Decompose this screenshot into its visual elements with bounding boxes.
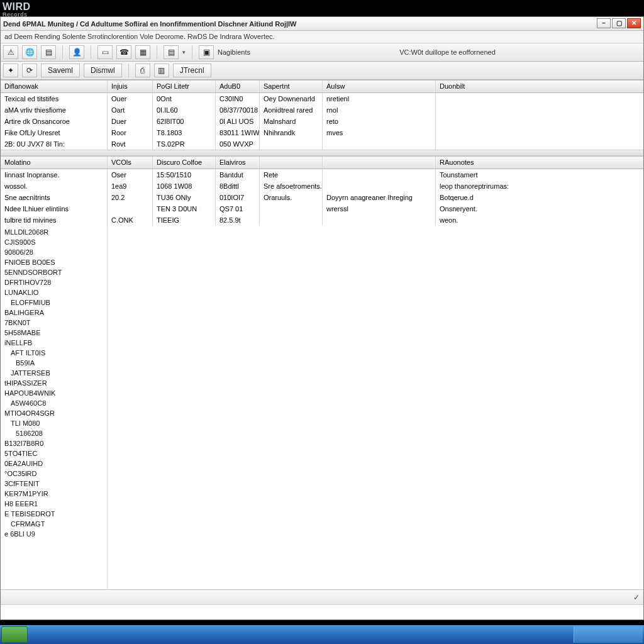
- dropdown-icon[interactable]: ▾: [182, 49, 186, 55]
- column-header[interactable]: Injuis: [108, 80, 153, 92]
- toolbar-secondary: ✦ ⟳ Saveml Dismwl ⎙ ▥ JTrecnl: [1, 62, 643, 80]
- refresh-icon[interactable]: ⟳: [22, 64, 37, 77]
- user-icon[interactable]: 👤: [69, 45, 84, 59]
- window-title: Dend 6PMAL Muniteg / Cd Adultume Soflira…: [3, 20, 297, 28]
- sidebar-item[interactable]: 3CfFTENIT: [1, 479, 107, 489]
- column-header[interactable]: RAuonotes: [436, 157, 549, 169]
- card-icon[interactable]: ▭: [97, 45, 113, 59]
- sidebar-item[interactable]: tHIPASSIZER: [1, 378, 107, 388]
- table-row[interactable]: Artire dk OnsancoroeDuer62I8IT000I ALl U…: [1, 116, 643, 127]
- page-icon[interactable]: ▦: [135, 45, 150, 59]
- table-row[interactable]: wossol.1ea91068 1W088BdittlSre afsoetrom…: [1, 180, 643, 192]
- sidebar-item[interactable]: TLI M080: [1, 418, 107, 428]
- column-header[interactable]: PoGl Litetr: [153, 80, 216, 92]
- sidebar-tree[interactable]: MLLDlL2068RCJIS900S90806/28FNIOEB BO0ES5…: [1, 226, 108, 589]
- toolbar-label-b: VC:W0t duillope te eoffornened: [399, 48, 496, 56]
- sidebar-item[interactable]: MLLDlL2068R: [1, 227, 107, 237]
- sidebar-item[interactable]: CJIS900S: [1, 237, 107, 247]
- chip-icon[interactable]: ▣: [199, 45, 214, 59]
- saveall-button[interactable]: Saveml: [41, 64, 80, 77]
- status-check-icon: ✓: [633, 593, 640, 602]
- column-header[interactable]: AduB0: [216, 80, 260, 92]
- column-header[interactable]: VCOls: [108, 157, 153, 169]
- sidebar-item[interactable]: E TEBISEDROT: [1, 509, 107, 519]
- table-row[interactable]: tulbre tid mivinesC.ONKTIEEIG82.5.9tweon…: [1, 214, 643, 226]
- sidebar-item[interactable]: DFRTIHOV728: [1, 277, 107, 287]
- start-button[interactable]: [1, 626, 28, 643]
- sidebar-item[interactable]: 5ENNDSORBORT: [1, 267, 107, 277]
- column-header[interactable]: Sapertnt: [260, 80, 323, 92]
- sidebar-item[interactable]: HAPOUB4WNIK: [1, 388, 107, 398]
- sidebar-item[interactable]: °OC35lRD: [1, 469, 107, 479]
- title-bar[interactable]: Dend 6PMAL Muniteg / Cd Adultume Soflira…: [1, 17, 643, 31]
- table-row[interactable]: 2B: 0U JVX7 8I Tin:RovtTS.02PR050 WVXP: [1, 138, 643, 150]
- taskbar[interactable]: [0, 625, 644, 644]
- column-header[interactable]: Discuro Colfoe: [153, 157, 216, 169]
- tool-icon-b[interactable]: ▥: [154, 64, 169, 77]
- middle-grid: MolatinoVCOlsDiscuro ColfoeElaivirosRAuo…: [1, 156, 643, 226]
- tool-icon-a[interactable]: ⎙: [135, 64, 150, 77]
- sidebar-item[interactable]: 90806/28: [1, 247, 107, 257]
- splitter[interactable]: [1, 150, 643, 156]
- column-header[interactable]: Duonbilt: [436, 80, 549, 92]
- alert-icon[interactable]: ⚠: [3, 45, 18, 59]
- sidebar-item[interactable]: 7BKN0T: [1, 318, 107, 328]
- toolbar-main: ⚠ 🌐 ▤ 👤 ▭ ☎ ▦ ▤ ▾ ▣ Nagibients VC:W0t du…: [1, 43, 643, 62]
- table-row[interactable]: Texical ed titstifesOuer0OntC30IN0Oey Do…: [1, 93, 643, 104]
- sidebar-item[interactable]: JATTERSEB: [1, 368, 107, 378]
- sidebar-item[interactable]: 5H58MABE: [1, 328, 107, 338]
- column-header[interactable]: [323, 157, 436, 169]
- sidebar-item[interactable]: BALIHGERA: [1, 308, 107, 318]
- sidebar-item[interactable]: B59IA: [1, 358, 107, 368]
- close-button[interactable]: ✕: [627, 18, 641, 28]
- system-tray[interactable]: [574, 626, 643, 643]
- sidebar-item[interactable]: 5TO4TIEC: [1, 448, 107, 458]
- table-row[interactable]: Sne aecnitrints20.2TU36 ONly010IOI7Oraru…: [1, 192, 643, 203]
- sidebar-item[interactable]: 0EA2AUIHD: [1, 458, 107, 469]
- sidebar-item[interactable]: FNIOEB BO0ES: [1, 257, 107, 267]
- sidebar-item[interactable]: e 6BLI U9: [1, 529, 107, 539]
- sidebar-item[interactable]: ELOFFMIUB: [1, 297, 107, 308]
- column-header[interactable]: Diflanowak: [1, 80, 108, 92]
- status-bar: ✓: [1, 589, 643, 604]
- phone-icon[interactable]: ☎: [116, 45, 131, 59]
- column-header[interactable]: Elaiviros: [216, 157, 260, 169]
- toolbar-label-a: Nagibients: [218, 48, 250, 56]
- doc-icon[interactable]: ▤: [164, 45, 179, 59]
- column-header[interactable]: Molatino: [1, 157, 108, 169]
- table-row[interactable]: Iinnast Inopranse.Oser15:50/1510BantdutR…: [1, 169, 643, 180]
- window-subtitle: ad Deem Rending Solente Srrotinclorentio…: [1, 31, 643, 43]
- main-window: Dend 6PMAL Muniteg / Cd Adultume Soflira…: [0, 16, 644, 620]
- sidebar-item[interactable]: B132I7B8R0: [1, 438, 107, 448]
- trend-button[interactable]: JTrecnl: [173, 64, 211, 77]
- star-icon[interactable]: ✦: [3, 64, 18, 77]
- brand-name: WIRD: [3, 1, 31, 12]
- sidebar-item[interactable]: iNELLFB: [1, 338, 107, 348]
- sidebar-item[interactable]: MTIO4OR4SGR: [1, 408, 107, 418]
- sidebar-item[interactable]: KER7M1PYIR: [1, 489, 107, 499]
- column-header[interactable]: [260, 157, 323, 169]
- column-header[interactable]: Aulsw: [323, 80, 436, 92]
- globe-icon[interactable]: 🌐: [22, 45, 37, 59]
- sidebar-item[interactable]: A5W460C8: [1, 398, 107, 408]
- upper-grid: DiflanowakInjuisPoGl LitetrAduB0Sapertnt…: [1, 80, 643, 150]
- table-row[interactable]: aMA vrliv thiesfiomeOart0I.IL6008/37/700…: [1, 104, 643, 116]
- dismiss-button[interactable]: Dismwl: [84, 64, 122, 77]
- table-row[interactable]: Fike OfLly UresretRoorT8.180383011 1WIWl…: [1, 127, 643, 138]
- sidebar-item[interactable]: LUNAKLIO: [1, 287, 107, 297]
- sidebar-item[interactable]: CFRMAGT: [1, 519, 107, 529]
- table-row[interactable]: Ndee lLhiuer elintiinsTEN 3 D0UNQS7 01wr…: [1, 203, 643, 214]
- maximize-button[interactable]: ▢: [612, 18, 626, 28]
- sidebar-item[interactable]: 5186208: [1, 428, 107, 438]
- minimize-button[interactable]: –: [597, 18, 611, 28]
- sidebar-item[interactable]: AFT ILT0IS: [1, 348, 107, 358]
- sidebar-item[interactable]: H8 EEER1: [1, 499, 107, 509]
- database-icon[interactable]: ▤: [41, 45, 56, 59]
